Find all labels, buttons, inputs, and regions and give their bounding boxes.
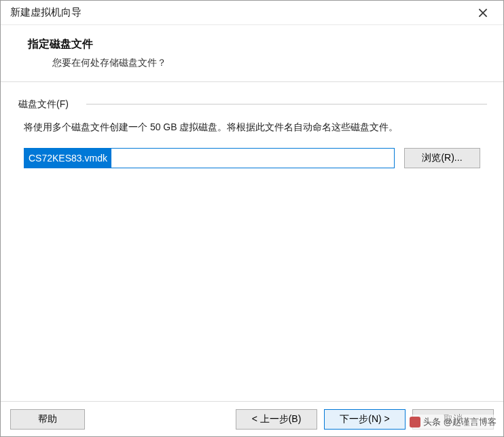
cancel-button[interactable]: 取消: [412, 409, 494, 430]
window-title: 新建虚拟机向导: [10, 6, 82, 19]
group-separator: [86, 104, 487, 104]
back-button[interactable]: < 上一步(B): [236, 409, 317, 430]
wizard-header: 指定磁盘文件 您要在何处存储磁盘文件？: [1, 25, 503, 82]
file-row: CS72KES83.vmdk 浏览(R)...: [24, 148, 480, 168]
page-subheading: 您要在何处存储磁盘文件？: [52, 57, 484, 69]
filename-input[interactable]: [24, 148, 395, 168]
close-button[interactable]: [468, 3, 498, 23]
next-button[interactable]: 下一步(N) >: [324, 409, 406, 430]
disk-file-group: 磁盘文件(F) 将使用多个磁盘文件创建一个 50 GB 虚拟磁盘。将根据此文件名…: [13, 97, 491, 178]
content-area: 磁盘文件(F) 将使用多个磁盘文件创建一个 50 GB 虚拟磁盘。将根据此文件名…: [1, 82, 503, 411]
filename-input-wrap: CS72KES83.vmdk: [24, 148, 395, 168]
wizard-footer: 帮助 < 上一步(B) 下一步(N) > 取消: [1, 401, 503, 436]
close-icon: [478, 8, 488, 18]
help-button[interactable]: 帮助: [10, 409, 85, 430]
page-heading: 指定磁盘文件: [28, 37, 484, 52]
group-legend: 磁盘文件(F): [16, 98, 71, 111]
group-description: 将使用多个磁盘文件创建一个 50 GB 虚拟磁盘。将根据此文件名自动命名这些磁盘…: [24, 119, 480, 136]
titlebar: 新建虚拟机向导: [1, 1, 503, 25]
browse-button[interactable]: 浏览(R)...: [404, 148, 480, 168]
